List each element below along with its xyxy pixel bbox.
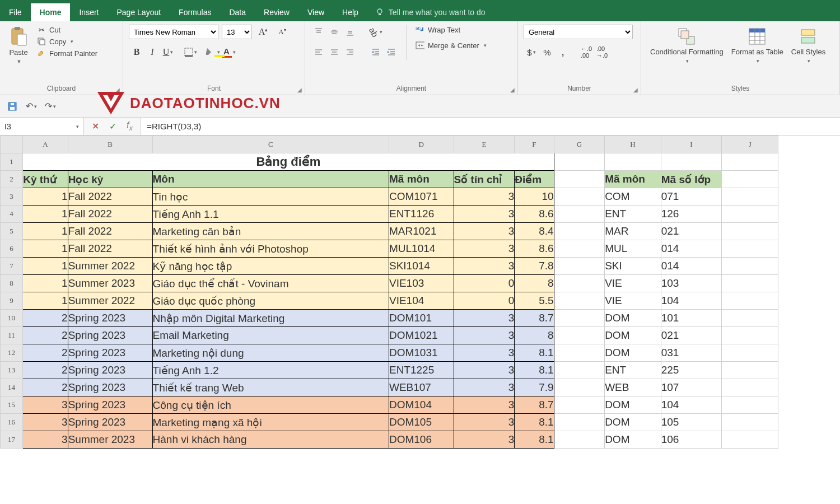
format-painter-button[interactable]: Format Painter [35, 48, 100, 58]
cell[interactable]: SKI1014 [389, 258, 454, 275]
col-A[interactable]: A [23, 136, 68, 153]
cell[interactable]: 3 [454, 188, 515, 206]
cell[interactable]: Spring 2023 [68, 344, 152, 362]
row-head[interactable]: 2 [1, 171, 23, 188]
cell[interactable]: 3 [454, 258, 515, 275]
worksheet-area[interactable]: A B C D E F G H I J 1 Bảng điểm 2 Kỳ thứ… [0, 136, 840, 504]
percent-button[interactable]: % [539, 45, 555, 59]
align-center-button[interactable] [326, 45, 342, 59]
cell[interactable]: Summer 2023 [68, 431, 152, 449]
cell[interactable]: 8.4 [515, 223, 554, 240]
cell[interactable]: 101 [661, 310, 722, 327]
cell[interactable]: Summer 2022 [68, 258, 152, 275]
cell[interactable]: 1 [23, 258, 68, 275]
fill-color-button[interactable]: ▾ [205, 45, 221, 59]
cell[interactable]: Spring 2023 [68, 362, 152, 379]
cell[interactable]: Fall 2022 [68, 240, 152, 258]
cell[interactable]: ENT1126 [389, 206, 454, 223]
align-right-button[interactable] [342, 45, 358, 59]
header-cell[interactable]: Học kỳ [68, 171, 152, 188]
row-head[interactable]: 11 [1, 327, 23, 344]
cell[interactable]: 8 [515, 327, 554, 344]
cell[interactable]: 3 [454, 223, 515, 240]
cell[interactable]: Fall 2022 [68, 188, 152, 206]
cell[interactable] [554, 223, 605, 240]
cell[interactable]: 126 [661, 206, 722, 223]
orientation-button[interactable]: ab▾ [368, 25, 384, 39]
cell[interactable]: Spring 2023 [68, 414, 152, 431]
cell[interactable] [554, 188, 605, 206]
col-B[interactable]: B [68, 136, 152, 153]
cell[interactable]: DOM1021 [389, 327, 454, 344]
cell[interactable]: DOM105 [389, 414, 454, 431]
row-head[interactable]: 13 [1, 362, 23, 379]
header-cell[interactable]: Số tín chỉ [454, 171, 515, 188]
cell[interactable]: 8.1 [515, 414, 554, 431]
cell[interactable]: Fall 2022 [68, 206, 152, 223]
cell[interactable]: ENT [605, 206, 661, 223]
cell[interactable] [554, 379, 605, 396]
copy-button[interactable]: Copy ▾ [35, 36, 100, 46]
tab-view[interactable]: View [298, 3, 333, 21]
cell[interactable]: Thiết kế hình ảnh với Photoshop [152, 240, 389, 258]
row-head[interactable]: 15 [1, 396, 23, 414]
cell[interactable]: 7.8 [515, 258, 554, 275]
accounting-button[interactable]: $▾ [524, 45, 539, 59]
dialog-launcher-icon[interactable]: ◢ [296, 86, 304, 94]
row-head[interactable]: 1 [1, 153, 23, 171]
cell[interactable]: Summer 2023 [68, 275, 152, 292]
align-left-button[interactable] [311, 45, 326, 59]
cell[interactable]: 1 [23, 292, 68, 310]
cell[interactable]: Nhập môn Digital Marketing [152, 310, 389, 327]
comma-button[interactable]: , [555, 45, 571, 59]
cell[interactable] [722, 275, 778, 292]
title-cell[interactable]: Bảng điểm [23, 153, 554, 171]
align-middle-button[interactable] [326, 25, 342, 39]
format-as-table-button[interactable]: Format as Table▾ [728, 25, 787, 66]
cell[interactable]: Marketing nội dung [152, 344, 389, 362]
decrease-font-button[interactable]: A▾ [274, 25, 290, 39]
cell[interactable]: 1 [23, 188, 68, 206]
header-cell[interactable]: Mã số lớp [661, 171, 722, 188]
cell[interactable]: MUL [605, 240, 661, 258]
cell[interactable]: Spring 2023 [68, 379, 152, 396]
undo-button[interactable]: ↶▾ [25, 100, 38, 113]
cell[interactable]: 071 [661, 188, 722, 206]
cell[interactable] [554, 431, 605, 449]
tab-formulas[interactable]: Formulas [170, 3, 220, 21]
cell[interactable]: 103 [661, 275, 722, 292]
cell[interactable]: MAR [605, 223, 661, 240]
cell[interactable]: 107 [661, 379, 722, 396]
font-size-select[interactable]: 13 [222, 25, 252, 39]
cell[interactable]: DOM101 [389, 310, 454, 327]
cell[interactable]: 031 [661, 344, 722, 362]
cell[interactable]: DOM [605, 431, 661, 449]
cell[interactable]: Thiết kế trang Web [152, 379, 389, 396]
tab-data[interactable]: Data [220, 3, 255, 21]
cell[interactable] [722, 414, 778, 431]
cell[interactable] [554, 292, 605, 310]
cell[interactable]: 8.6 [515, 240, 554, 258]
row-head[interactable]: 10 [1, 310, 23, 327]
cell[interactable]: 5.5 [515, 292, 554, 310]
cell[interactable] [554, 310, 605, 327]
cell[interactable]: 0 [454, 292, 515, 310]
cell[interactable]: 8.1 [515, 431, 554, 449]
header-cell[interactable]: Điểm [515, 171, 554, 188]
cell[interactable]: Marketing mạng xã hội [152, 414, 389, 431]
cell[interactable]: 0 [454, 275, 515, 292]
cell[interactable] [722, 327, 778, 344]
cell[interactable]: 105 [661, 414, 722, 431]
row-head[interactable]: 6 [1, 240, 23, 258]
col-C[interactable]: C [152, 136, 389, 153]
cell[interactable]: COM [605, 188, 661, 206]
cell[interactable]: 3 [454, 379, 515, 396]
cell[interactable] [722, 292, 778, 310]
wrap-text-button[interactable]: ab Wrap Text [413, 25, 489, 35]
select-all-corner[interactable] [1, 136, 23, 153]
cell[interactable]: 8.6 [515, 206, 554, 223]
cell[interactable]: 3 [23, 431, 68, 449]
cell[interactable] [554, 344, 605, 362]
cell[interactable]: DOM [605, 327, 661, 344]
bold-button[interactable]: B [129, 45, 144, 59]
